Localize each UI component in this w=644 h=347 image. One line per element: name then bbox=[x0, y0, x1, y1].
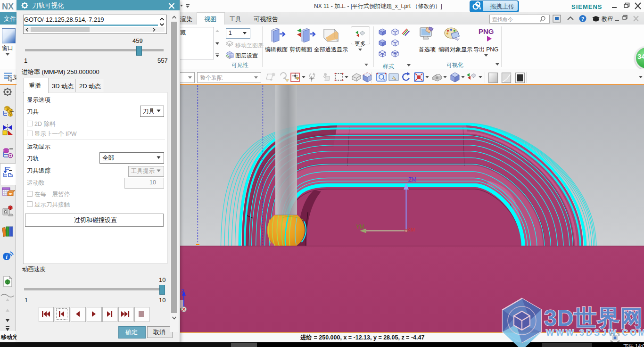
svg-text:WWW.3DSJW.COM: WWW.3DSJW.COM bbox=[546, 328, 644, 338]
svg-text:?: ? bbox=[581, 16, 585, 22]
svg-text:ZM: ZM bbox=[408, 176, 416, 183]
svg-text:PNG: PNG bbox=[479, 27, 494, 35]
svg-text:XM: XM bbox=[407, 227, 415, 232]
svg-text:教程: 教程 bbox=[602, 16, 613, 22]
svg-text:菜: 菜 bbox=[13, 74, 17, 81]
svg-text:Z: Z bbox=[181, 289, 184, 294]
svg-text:YM: YM bbox=[356, 223, 364, 230]
svg-text:i: i bbox=[6, 253, 8, 260]
svg-text:3D世界网: 3D世界网 bbox=[544, 306, 643, 330]
